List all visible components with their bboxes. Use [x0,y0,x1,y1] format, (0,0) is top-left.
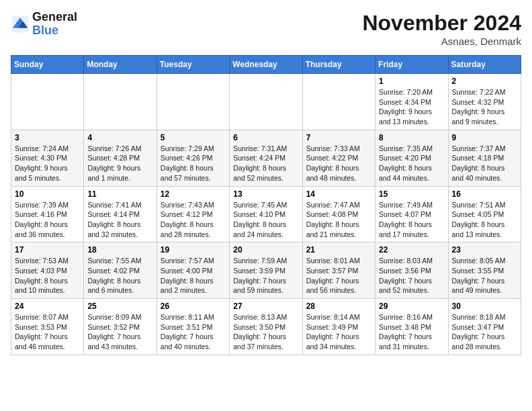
calendar-cell: 24Sunrise: 8:07 AM Sunset: 3:53 PM Dayli… [11,299,84,355]
calendar-cell [302,74,375,130]
day-header-friday: Friday [375,56,448,74]
day-number: 18 [87,245,152,255]
calendar-cell: 25Sunrise: 8:09 AM Sunset: 3:52 PM Dayli… [84,299,157,355]
day-number: 20 [233,245,298,255]
day-info: Sunrise: 7:39 AM Sunset: 4:16 PM Dayligh… [15,200,80,240]
calendar-cell: 12Sunrise: 7:43 AM Sunset: 4:12 PM Dayli… [157,186,229,242]
calendar-cell: 18Sunrise: 7:55 AM Sunset: 4:02 PM Dayli… [84,242,157,299]
calendar-cell: 14Sunrise: 7:47 AM Sunset: 4:08 PM Dayli… [302,186,375,242]
day-number: 28 [306,302,371,311]
calendar-cell: 13Sunrise: 7:45 AM Sunset: 4:10 PM Dayli… [230,186,302,242]
day-number: 12 [161,189,226,199]
day-info: Sunrise: 7:37 AM Sunset: 4:18 PM Dayligh… [452,144,517,183]
calendar-cell: 30Sunrise: 8:18 AM Sunset: 3:47 PM Dayli… [448,299,521,355]
calendar-cell: 20Sunrise: 7:59 AM Sunset: 3:59 PM Dayli… [230,242,302,299]
calendar-cell: 21Sunrise: 8:01 AM Sunset: 3:57 PM Dayli… [302,242,375,299]
logo: GeneralBlue [11,11,77,38]
day-info: Sunrise: 8:05 AM Sunset: 3:55 PM Dayligh… [452,256,517,295]
calendar-cell: 5Sunrise: 7:29 AM Sunset: 4:26 PM Daylig… [157,130,229,186]
calendar-cell: 10Sunrise: 7:39 AM Sunset: 4:16 PM Dayli… [11,186,84,242]
title-block: November 2024 Asnaes, Denmark [362,11,521,47]
day-info: Sunrise: 7:26 AM Sunset: 4:28 PM Dayligh… [87,144,152,183]
calendar-cell: 17Sunrise: 7:53 AM Sunset: 4:03 PM Dayli… [11,242,84,299]
day-number: 17 [15,245,80,255]
location: Asnaes, Denmark [362,36,521,47]
calendar-cell [11,74,84,130]
day-info: Sunrise: 7:29 AM Sunset: 4:26 PM Dayligh… [161,144,226,183]
day-info: Sunrise: 7:22 AM Sunset: 4:32 PM Dayligh… [452,87,517,127]
day-number: 6 [233,133,298,142]
day-header-monday: Monday [84,56,157,74]
day-number: 24 [15,302,80,311]
day-info: Sunrise: 7:31 AM Sunset: 4:24 PM Dayligh… [233,144,298,183]
day-number: 9 [452,133,517,142]
calendar-cell: 27Sunrise: 8:13 AM Sunset: 3:50 PM Dayli… [230,299,302,355]
day-info: Sunrise: 7:41 AM Sunset: 4:14 PM Dayligh… [87,200,152,240]
day-number: 23 [452,245,517,255]
day-header-tuesday: Tuesday [157,56,229,74]
day-info: Sunrise: 7:51 AM Sunset: 4:05 PM Dayligh… [452,200,517,240]
day-info: Sunrise: 8:16 AM Sunset: 3:48 PM Dayligh… [379,312,444,352]
calendar-cell [84,74,157,130]
calendar-cell: 22Sunrise: 8:03 AM Sunset: 3:56 PM Dayli… [375,242,448,299]
day-info: Sunrise: 8:13 AM Sunset: 3:50 PM Dayligh… [233,312,298,352]
page-header: GeneralBlue November 2024 Asnaes, Denmar… [11,11,521,47]
day-number: 21 [306,245,371,255]
calendar-cell: 16Sunrise: 7:51 AM Sunset: 4:05 PM Dayli… [448,186,521,242]
logo-icon [11,15,30,34]
day-number: 1 [379,77,444,86]
day-number: 8 [379,133,444,142]
calendar: SundayMondayTuesdayWednesdayThursdayFrid… [11,55,521,355]
day-number: 4 [87,133,152,142]
day-number: 29 [379,302,444,311]
day-info: Sunrise: 8:14 AM Sunset: 3:49 PM Dayligh… [306,312,371,352]
day-number: 16 [452,189,517,199]
calendar-cell: 19Sunrise: 7:57 AM Sunset: 4:00 PM Dayli… [157,242,229,299]
day-info: Sunrise: 8:01 AM Sunset: 3:57 PM Dayligh… [306,256,371,295]
logo-text: GeneralBlue [32,11,77,38]
day-number: 25 [87,302,152,311]
day-number: 27 [233,302,298,311]
day-info: Sunrise: 7:49 AM Sunset: 4:07 PM Dayligh… [379,200,444,240]
day-header-thursday: Thursday [302,56,375,74]
day-info: Sunrise: 7:59 AM Sunset: 3:59 PM Dayligh… [233,256,298,295]
day-number: 7 [306,133,371,142]
calendar-cell: 6Sunrise: 7:31 AM Sunset: 4:24 PM Daylig… [230,130,302,186]
day-info: Sunrise: 7:35 AM Sunset: 4:20 PM Dayligh… [379,144,444,183]
calendar-cell: 2Sunrise: 7:22 AM Sunset: 4:32 PM Daylig… [448,74,521,130]
calendar-cell [230,74,302,130]
day-info: Sunrise: 7:53 AM Sunset: 4:03 PM Dayligh… [15,256,80,295]
calendar-cell: 23Sunrise: 8:05 AM Sunset: 3:55 PM Dayli… [448,242,521,299]
day-number: 5 [161,133,226,142]
calendar-cell: 8Sunrise: 7:35 AM Sunset: 4:20 PM Daylig… [375,130,448,186]
month-title: November 2024 [362,11,521,36]
day-info: Sunrise: 7:45 AM Sunset: 4:10 PM Dayligh… [233,200,298,240]
day-info: Sunrise: 7:47 AM Sunset: 4:08 PM Dayligh… [306,200,371,240]
day-number: 11 [87,189,152,199]
day-info: Sunrise: 7:43 AM Sunset: 4:12 PM Dayligh… [161,200,226,240]
day-header-sunday: Sunday [11,56,84,74]
calendar-cell: 4Sunrise: 7:26 AM Sunset: 4:28 PM Daylig… [84,130,157,186]
day-number: 13 [233,189,298,199]
calendar-cell: 28Sunrise: 8:14 AM Sunset: 3:49 PM Dayli… [302,299,375,355]
calendar-cell: 15Sunrise: 7:49 AM Sunset: 4:07 PM Dayli… [375,186,448,242]
day-number: 26 [161,302,226,311]
day-info: Sunrise: 8:09 AM Sunset: 3:52 PM Dayligh… [87,312,152,352]
day-info: Sunrise: 7:24 AM Sunset: 4:30 PM Dayligh… [15,144,80,183]
day-number: 14 [306,189,371,199]
day-info: Sunrise: 7:33 AM Sunset: 4:22 PM Dayligh… [306,144,371,183]
day-info: Sunrise: 7:55 AM Sunset: 4:02 PM Dayligh… [87,256,152,295]
day-header-wednesday: Wednesday [230,56,302,74]
day-number: 15 [379,189,444,199]
calendar-cell: 9Sunrise: 7:37 AM Sunset: 4:18 PM Daylig… [448,130,521,186]
calendar-cell [157,74,229,130]
calendar-cell: 11Sunrise: 7:41 AM Sunset: 4:14 PM Dayli… [84,186,157,242]
day-number: 10 [15,189,80,199]
day-info: Sunrise: 7:57 AM Sunset: 4:00 PM Dayligh… [161,256,226,295]
calendar-cell: 3Sunrise: 7:24 AM Sunset: 4:30 PM Daylig… [11,130,84,186]
calendar-cell: 26Sunrise: 8:11 AM Sunset: 3:51 PM Dayli… [157,299,229,355]
day-number: 22 [379,245,444,255]
day-number: 19 [161,245,226,255]
day-header-saturday: Saturday [448,56,521,74]
day-number: 3 [15,133,80,142]
